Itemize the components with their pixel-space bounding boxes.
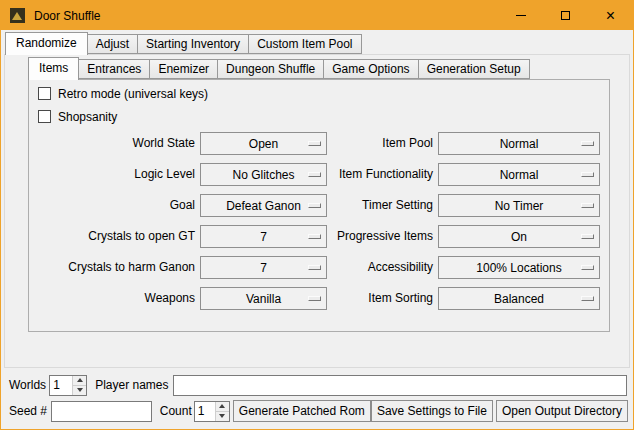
minimize-button[interactable] — [498, 1, 543, 30]
progressive-items-label: Progressive Items — [259, 225, 433, 248]
retro-mode-label[interactable]: Retro mode (universal keys) — [58, 87, 208, 101]
randomize-tab-bar: Items Entrances Enemizer Dungeon Shuffle… — [28, 57, 530, 80]
tab-enemizer[interactable]: Enemizer — [149, 59, 218, 79]
dropdown-value: On — [511, 230, 527, 244]
menu-indicator-icon — [581, 172, 594, 177]
weapons-label: Weapons — [29, 287, 195, 310]
crystals-gt-label: Crystals to open GT — [29, 225, 195, 248]
count-spin-up-button[interactable] — [216, 402, 229, 412]
count-spin-down-button[interactable] — [216, 412, 229, 421]
arrow-down-icon — [219, 414, 225, 418]
tab-game-options[interactable]: Game Options — [323, 59, 418, 79]
accessibility-label: Accessibility — [259, 256, 433, 279]
menu-indicator-icon — [581, 265, 594, 270]
count-spin-buttons — [215, 402, 229, 421]
timer-setting-dropdown[interactable]: No Timer — [438, 194, 600, 217]
retro-mode-checkbutton[interactable]: Retro mode (universal keys) — [38, 86, 208, 101]
menu-indicator-icon — [581, 203, 594, 208]
dropdown-value: 100% Locations — [476, 261, 561, 275]
dropdown-value: Normal — [500, 168, 539, 182]
logic-level-label: Logic Level — [29, 163, 195, 186]
titlebar[interactable]: Door Shuffle × — [1, 1, 633, 30]
worlds-spin-buttons — [72, 376, 86, 395]
tab-starting-inventory[interactable]: Starting Inventory — [137, 34, 249, 54]
item-functionality-dropdown[interactable]: Normal — [438, 163, 600, 186]
arrow-down-icon — [77, 388, 83, 392]
tab-items[interactable]: Items — [28, 57, 79, 80]
close-icon: × — [606, 8, 615, 24]
player-names-input[interactable] — [173, 375, 628, 396]
tab-entrances[interactable]: Entrances — [78, 59, 150, 79]
worlds-spin-down-button[interactable] — [73, 386, 86, 395]
tab-custom-item-pool[interactable]: Custom Item Pool — [248, 34, 361, 54]
shopsanity-checkbutton[interactable]: Shopsanity — [38, 109, 117, 124]
main-tab-bar: Randomize Adjust Starting Inventory Cust… — [5, 32, 362, 55]
item-sorting-label: Item Sorting — [259, 287, 433, 310]
worlds-spinbox[interactable] — [49, 375, 87, 396]
menu-indicator-icon — [581, 141, 594, 146]
count-spinbox[interactable] — [194, 401, 230, 422]
progressive-items-dropdown[interactable]: On — [438, 225, 600, 248]
tab-dungeon-shuffle[interactable]: Dungeon Shuffle — [217, 59, 324, 79]
arrow-up-icon — [219, 404, 225, 408]
open-output-directory-button[interactable]: Open Output Directory — [496, 400, 628, 422]
seed-input[interactable] — [51, 401, 152, 422]
shopsanity-checkbox[interactable] — [38, 110, 51, 123]
count-label: Count — [160, 404, 192, 418]
shopsanity-label[interactable]: Shopsanity — [58, 110, 117, 124]
save-settings-button[interactable]: Save Settings to File — [371, 400, 493, 422]
worlds-label: Worlds — [9, 378, 46, 392]
dropdown-value: No Timer — [495, 199, 544, 213]
count-input[interactable] — [195, 402, 215, 421]
maximize-icon — [561, 11, 570, 20]
generate-patched-rom-button[interactable]: Generate Patched Rom — [233, 400, 371, 422]
worlds-input[interactable] — [50, 376, 72, 395]
tab-adjust[interactable]: Adjust — [87, 34, 138, 54]
retro-mode-checkbox[interactable] — [38, 87, 51, 100]
minimize-icon — [516, 15, 526, 16]
item-pool-label: Item Pool — [259, 132, 433, 155]
menu-indicator-icon — [581, 296, 594, 301]
worlds-spin-up-button[interactable] — [73, 376, 86, 386]
tab-generation-setup[interactable]: Generation Setup — [418, 59, 530, 79]
dropdown-value: Balanced — [494, 292, 544, 306]
seed-row: Seed # Count Generate Patched Rom Save S… — [1, 400, 633, 422]
goal-label: Goal — [29, 194, 195, 217]
accessibility-dropdown[interactable]: 100% Locations — [438, 256, 600, 279]
app-icon[interactable] — [10, 8, 25, 23]
worlds-row: Worlds Player names — [1, 374, 633, 396]
caption-buttons: × — [498, 1, 633, 30]
app-window: Door Shuffle × Randomize Adjust Starting… — [0, 0, 634, 430]
tab-randomize[interactable]: Randomize — [5, 32, 88, 55]
seed-label: Seed # — [9, 404, 47, 418]
close-button[interactable]: × — [588, 1, 633, 30]
timer-setting-label: Timer Setting — [259, 194, 433, 217]
window-title: Door Shuffle — [34, 9, 101, 23]
dropdown-value: Normal — [500, 137, 539, 151]
arrow-up-icon — [77, 378, 83, 382]
client-area: Randomize Adjust Starting Inventory Cust… — [1, 30, 633, 429]
world-state-label: World State — [29, 132, 195, 155]
item-functionality-label: Item Functionality — [259, 163, 433, 186]
items-tab-pane: Retro mode (universal keys) Shopsanity W… — [28, 79, 610, 332]
menu-indicator-icon — [581, 234, 594, 239]
crystals-ganon-label: Crystals to harm Ganon — [29, 256, 195, 279]
maximize-button[interactable] — [543, 1, 588, 30]
player-names-label: Player names — [95, 378, 168, 392]
item-pool-dropdown[interactable]: Normal — [438, 132, 600, 155]
item-sorting-dropdown[interactable]: Balanced — [438, 287, 600, 310]
